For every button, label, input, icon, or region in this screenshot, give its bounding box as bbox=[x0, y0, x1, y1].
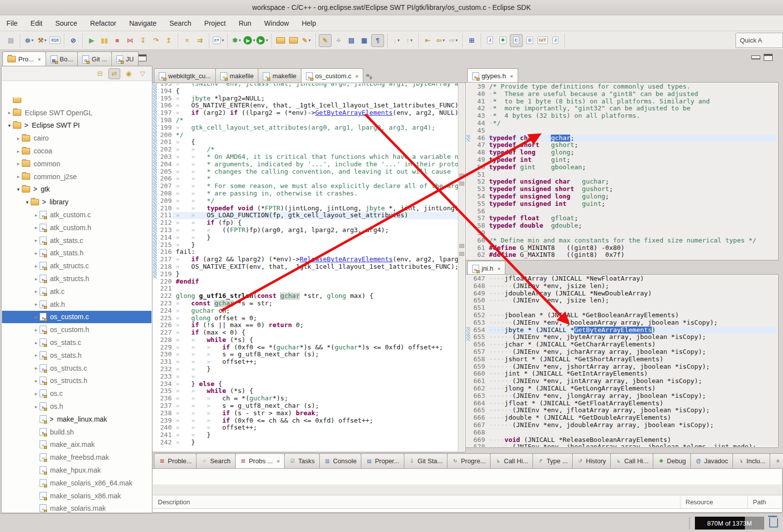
tree-item-build-sh[interactable]: $build.sh bbox=[2, 426, 151, 438]
chevron-right-icon[interactable]: ▸ bbox=[33, 276, 40, 282]
disconnect-icon[interactable]: ⋈ bbox=[124, 35, 136, 47]
tree-item-atk-stats-h[interactable]: ▸hatk_stats.h bbox=[2, 247, 151, 260]
code-line-48[interactable]: 48typedef long glong; bbox=[466, 149, 778, 156]
code-line-222[interactable]: 222glong g_utf16_strlen(const gchar *str… bbox=[153, 292, 458, 300]
code-line-655[interactable]: 655······(JNIEnv *env, jbyteArray array,… bbox=[466, 334, 778, 341]
last-edit-location-icon[interactable]: ⇤ bbox=[422, 35, 434, 47]
code-line-216[interactable]: 216fail: bbox=[153, 248, 458, 256]
code-line-239[interactable]: 239» » » if (0xf0 <= ch && ch <= 0xfd) o… bbox=[153, 417, 458, 425]
tree-item-atk-structs-h[interactable]: ▸hatk_structs.h bbox=[2, 272, 151, 285]
close-icon[interactable]: × bbox=[510, 73, 513, 79]
tab-view-debug[interactable]: ✱Debug bbox=[653, 453, 690, 468]
code-line-649[interactable]: 649····jdoubleArray (JNICALL *NewDoubleA… bbox=[466, 290, 778, 297]
tab-view-call-hi-[interactable]: ↳Call Hi... bbox=[610, 453, 653, 468]
code-line-657[interactable]: 657······(JNIEnv *env, jcharArray array,… bbox=[466, 348, 778, 356]
binary-file-icon[interactable]: 010 bbox=[49, 35, 61, 47]
code-line-198[interactable]: 198/* bbox=[153, 117, 458, 124]
tab-view-git-sta-[interactable]: ⇩Git Sta... bbox=[404, 453, 448, 468]
code-line-205[interactable]: 205» » * changes the calling convention,… bbox=[153, 168, 458, 176]
pe-maximize-button[interactable] bbox=[138, 54, 147, 61]
chevron-right-icon[interactable]: ▸ bbox=[33, 365, 40, 371]
chevron-right-icon[interactable]: ▸ bbox=[33, 314, 40, 320]
external-tools-icon[interactable]: ✎▾ bbox=[300, 35, 312, 47]
tab-view-history[interactable]: ↺History bbox=[572, 453, 611, 468]
code-line-42[interactable]: 42·* more importantly, "gint32" can be a… bbox=[466, 105, 778, 112]
menu-edit[interactable]: Edit bbox=[24, 15, 49, 31]
tab-view-inclu-[interactable]: ↴Inclu... bbox=[733, 453, 770, 468]
code-line-241[interactable]: 241» » } bbox=[153, 432, 458, 439]
tab-view-probs-[interactable]: ⊠Probs ...× bbox=[235, 453, 285, 468]
jni-code-area[interactable]: 647····jfloatArray (JNICALL *NewFloatArr… bbox=[466, 275, 778, 447]
tab-bo-[interactable]: ▤Bo... bbox=[46, 51, 78, 66]
code-line-651[interactable]: 651 bbox=[466, 304, 778, 312]
chevron-right-icon[interactable]: ▸ bbox=[15, 148, 22, 154]
code-line-238[interactable]: 238» » » if (s - str > max) break; bbox=[153, 410, 458, 417]
code-line-210[interactable]: 210» » typedef void (*FPTR)(jintLong, ji… bbox=[153, 205, 458, 212]
tab-pro-[interactable]: Pro...× bbox=[2, 51, 46, 66]
code-line-196[interactable]: 196» OS_NATIVE_ENTER(env, that, _1gtk_1c… bbox=[153, 102, 458, 109]
close-icon[interactable]: × bbox=[355, 73, 358, 79]
chevron-right-icon[interactable]: ▸ bbox=[33, 225, 40, 230]
tab-ju[interactable]: JuJU bbox=[111, 51, 139, 66]
code-line-237[interactable]: 237» » » s = g_utf8_next_char (s); bbox=[153, 402, 458, 410]
tab-makefile[interactable]: ≡makefile bbox=[215, 68, 258, 83]
code-line-665[interactable]: 665······(JNIEnv *env, jfloatArray array… bbox=[466, 407, 778, 414]
tree-item-make-solaris-x86-64-mak[interactable]: ≡make_solaris_x86_64.mak bbox=[2, 477, 151, 489]
tree-item-common[interactable]: ▸common bbox=[2, 157, 151, 170]
tab-view-proper-[interactable]: ▤Proper... bbox=[361, 453, 404, 468]
code-line-223[interactable]: 223» const gchar *s = str; bbox=[153, 300, 458, 307]
new-c-file-icon[interactable]: c+▾ bbox=[212, 35, 224, 47]
tree-item-atk-structs-c[interactable]: ▸catk_structs.c bbox=[2, 259, 151, 272]
tree-item-make-linux-mak[interactable]: ≡>make_linux.mak bbox=[2, 413, 151, 426]
code-line-43[interactable]: 43·* 4 bytes (32 bits) on all platforms. bbox=[466, 112, 778, 120]
code-line-195[interactable]: 195» jbyte *lparg2=NULL; bbox=[153, 95, 458, 102]
chevron-right-icon[interactable]: ▸ bbox=[33, 238, 40, 243]
code-line-666[interactable]: 666····jdouble * (JNICALL *GetDoubleArra… bbox=[466, 414, 778, 422]
code-line-47[interactable]: 47typedef short gshort; bbox=[466, 142, 778, 149]
linked-edit-icon[interactable]: ▤ bbox=[345, 35, 357, 47]
code-line-229[interactable]: 229» » » if (0xf0 <= *(guchar*)s && *(gu… bbox=[153, 344, 458, 351]
code-line-40[interactable]: 40·* These are useful because a "gint8" … bbox=[466, 91, 778, 98]
tab-view-console[interactable]: ▥Console bbox=[319, 453, 362, 468]
column-path[interactable]: Path bbox=[748, 495, 782, 508]
code-line-220[interactable]: 220#endif bbox=[153, 278, 458, 286]
tree-item-os-structs-c[interactable]: ▸cos_structs.c bbox=[2, 362, 151, 375]
tree-item-atk-custom-c[interactable]: ▸catk_custom.c bbox=[2, 208, 151, 221]
code-line-203[interactable]: 203» » * On AMD64, it is critical that f… bbox=[153, 153, 458, 161]
tree-item-cairo[interactable]: ▸cairo bbox=[2, 132, 151, 145]
chevron-right-icon[interactable]: ▸ bbox=[33, 404, 40, 409]
chevron-right-icon[interactable]: ▸ bbox=[6, 110, 13, 115]
code-line-662[interactable]: 662····jlong * (JNICALL *GetLongArrayEle… bbox=[466, 385, 778, 392]
suspend-icon[interactable]: ▮▮ bbox=[98, 35, 110, 47]
code-line-225[interactable]: 225» glong offset = 0; bbox=[153, 315, 458, 322]
code-line-242[interactable]: 242» } bbox=[153, 439, 458, 446]
tree-item-make-solaris-x86-mak[interactable]: ≡make_solaris_x86.mak bbox=[2, 489, 151, 502]
view-menu-icon[interactable]: ▽ bbox=[137, 69, 148, 79]
code-line-204[interactable]: 204» » * arguments, indicated by '...', … bbox=[153, 161, 458, 168]
chevron-right-icon[interactable]: ▸ bbox=[33, 391, 40, 396]
tree-item-eclipse-swt-opengl[interactable]: ▸Eclipse SWT OpenGL bbox=[2, 106, 151, 119]
overview-ruler[interactable] bbox=[458, 84, 465, 451]
menu-run[interactable]: Run bbox=[232, 15, 258, 31]
code-line-656[interactable]: 656····jchar * (JNICALL *GetCharArrayEle… bbox=[466, 341, 778, 348]
tree-item-make-freebsd-mak[interactable]: ≡make_freebsd.mak bbox=[2, 451, 151, 464]
minimize-view-button[interactable] bbox=[751, 55, 760, 59]
code-line-214[interactable]: 214» » } bbox=[153, 234, 458, 242]
code-line-650[interactable]: 650······(JNIEnv *env, jsize len); bbox=[466, 297, 778, 304]
code-line-57[interactable]: 57typedef float gfloat; bbox=[466, 215, 778, 222]
chevron-right-icon[interactable]: ▸ bbox=[33, 378, 40, 384]
pin-console-icon[interactable]: ⇉ bbox=[194, 35, 206, 47]
code-line-664[interactable]: 664····jfloat * (JNICALL *GetFloatArrayE… bbox=[466, 400, 778, 407]
tree-item-cocoa[interactable]: ▸cocoa bbox=[2, 145, 151, 157]
tree-item-library[interactable]: ▾>library bbox=[2, 195, 151, 208]
tree-item-eclipse-swt-pi[interactable]: ▾>Eclipse SWT PI bbox=[2, 119, 151, 132]
code-line-62[interactable]: 62#define G_MAXINT8 ((gint8) 0x7f) bbox=[466, 251, 778, 259]
tree-item[interactable] bbox=[2, 97, 151, 106]
tab-os-custom-c[interactable]: cos_custom.c× bbox=[301, 68, 363, 83]
code-line-658[interactable]: 658····jshort * (JNICALL *GetShortArrayE… bbox=[466, 356, 778, 363]
code-line-667[interactable]: 667······(JNIEnv *env, jdoubleArray arra… bbox=[466, 422, 778, 429]
chevron-right-icon[interactable]: ▸ bbox=[15, 136, 22, 141]
code-line-44[interactable]: 44·*/ bbox=[466, 120, 778, 127]
tree-item-os-custom-h[interactable]: ▸hos_custom.h bbox=[2, 323, 151, 336]
menu-source[interactable]: Source bbox=[49, 15, 84, 31]
